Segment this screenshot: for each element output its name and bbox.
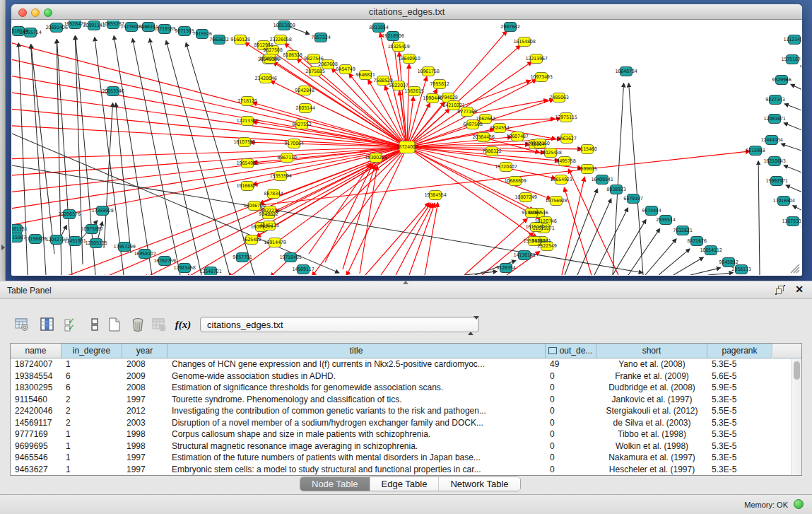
graph-node-label: 9160128 [230,37,249,42]
table-cell: Structural magnetic resonance image aver… [167,440,546,452]
graph-edge[interactable] [12,92,407,147]
graph-node-label: 9827508 [263,47,282,53]
graph-edge[interactable] [628,229,659,275]
table-row[interactable]: 977716911998Corpus callosum shape and si… [11,428,792,440]
graph-node-label: 14055714 [19,30,41,35]
tab-edge-table[interactable]: Edge Table [370,477,440,491]
column-header-in_degree[interactable]: in_degree [61,344,122,358]
graph-edge[interactable] [577,199,611,275]
table-cell: 2 [61,394,122,406]
graph-edge[interactable] [381,204,430,275]
graph-edge[interactable] [396,204,433,275]
graph-node-label: 14569117 [292,267,314,272]
tab-network-table[interactable]: Network Table [439,477,519,491]
panel-title: Table Panel [7,286,52,296]
graph-edge[interactable] [12,109,407,147]
graph-edge[interactable] [594,208,628,275]
delete-table-icon[interactable] [150,315,168,334]
graph-edge[interactable] [782,144,801,155]
left-splitter[interactable] [0,0,6,281]
column-header-short[interactable]: short [596,344,707,358]
function-builder-icon[interactable]: f(x) [174,315,192,334]
scrollbar-thumb[interactable] [794,361,800,380]
table-row[interactable]: 1872400712008Changes of HCN gene express… [11,358,792,370]
graph-edge[interactable] [801,66,801,77]
graph-edge[interactable] [784,165,801,177]
graph-edge[interactable] [458,81,531,107]
graph-edge[interactable] [786,185,801,197]
graph-edge[interactable] [269,49,407,147]
table-cell: 5.5E-5 [707,405,772,417]
graph-edge[interactable] [784,104,801,115]
graph-edge[interactable] [613,83,624,275]
network-canvas[interactable]: 8316144140557142069140619528472200911411… [12,21,801,275]
graph-edge[interactable] [793,206,801,217]
select-rows-icon[interactable]: ✓✓ [62,315,81,334]
graph-edge[interactable] [784,123,801,135]
graph-node-label: 5822037 [389,83,408,88]
graph-node-label: 16914479 [264,240,286,245]
tab-node-table[interactable]: Node Table [300,477,370,491]
graph-node-label: 10607487 [506,134,528,139]
graph-node-label: 20206576 [58,211,80,217]
table-row[interactable]: 946554611997Estimation of the future num… [11,452,792,464]
graph-node-label: 10025438 [539,150,561,156]
graph-edge[interactable] [629,83,643,275]
graph-edge[interactable] [708,273,733,275]
memory-status-indicator[interactable] [794,499,804,509]
graph-node-label: 12093871 [763,116,785,122]
table-row[interactable]: 1938455462009Genome-wide association stu… [11,370,792,382]
graph-edge[interactable] [12,42,407,147]
column-header-title[interactable]: title [167,344,546,358]
table-row[interactable]: 1456911722003Disruption of a novel membe… [11,417,792,429]
graph-edge[interactable] [758,161,760,275]
table-cell: 5.3E-5 [707,417,772,429]
graph-edge[interactable] [464,271,497,275]
column-header-year[interactable]: year [122,344,167,358]
expand-panel-arrow-icon[interactable] [1,245,5,250]
close-panel-icon[interactable]: ✕ [795,284,804,294]
table-selector[interactable]: citations_edges.txt [200,317,479,332]
graph-edge[interactable] [273,62,407,147]
table-row[interactable]: 2242004622012Investigating the contribut… [11,405,792,417]
graph-node-label: 9671385 [175,28,194,34]
graph-edge[interactable] [312,147,407,275]
float-panel-icon[interactable] [776,286,785,295]
row-height-icon[interactable] [86,315,104,334]
table-row[interactable]: 946362711997Embryonic stem cells: a mode… [11,464,792,476]
graph-edge[interactable] [471,100,548,114]
table-row[interactable]: 911546021997Tourette syndrome. Phenomeno… [11,394,792,406]
column-header-out_de[interactable]: out_de... [546,344,596,358]
graph-node-label: 8215958 [746,148,765,153]
graph-edge[interactable] [645,239,676,275]
graph-node-label: 2867608 [318,62,337,67]
graph-node-label: 8454749 [336,66,355,72]
column-header-pagerank[interactable]: pagerank [707,344,772,358]
table-cell: Tourette syndrome. Phenomenology and cla… [167,394,546,406]
create-column-icon[interactable] [105,315,124,334]
graph-node-label: 19166827 [236,183,258,189]
table-cell: 14569117 [11,417,61,429]
graph-edge[interactable] [673,257,703,275]
column-header-name[interactable]: name [11,344,61,358]
graph-edge[interactable] [365,203,429,275]
table-settings-icon[interactable] [13,315,31,334]
table-cell: Nakamura et al. (1997) [596,452,707,464]
table-row[interactable]: 969969511998Structural magnetic resonanc… [11,440,792,452]
show-columns-icon[interactable] [38,315,57,334]
window-titlebar[interactable]: citations_edges.txt [11,4,802,20]
delete-column-icon[interactable] [129,315,147,334]
graph-node-label: 19718485 [279,255,301,260]
table-row[interactable]: 1830029562008Estimation of significance … [11,382,792,394]
citation-network-graph[interactable]: 8316144140557142069140619528472200911411… [12,21,801,275]
table-cell: 2 [61,417,122,429]
window-resize-grip[interactable] [789,262,800,274]
graph-edge[interactable] [360,166,377,274]
graph-edge[interactable] [659,249,690,275]
table-scrollbar[interactable] [792,359,801,475]
graph-node-label: 7955812 [430,81,449,87]
graph-edge[interactable] [791,84,801,95]
graph-edge[interactable] [133,39,180,275]
graph-edge[interactable] [490,119,555,120]
panel-splitter-handle[interactable] [403,281,408,284]
